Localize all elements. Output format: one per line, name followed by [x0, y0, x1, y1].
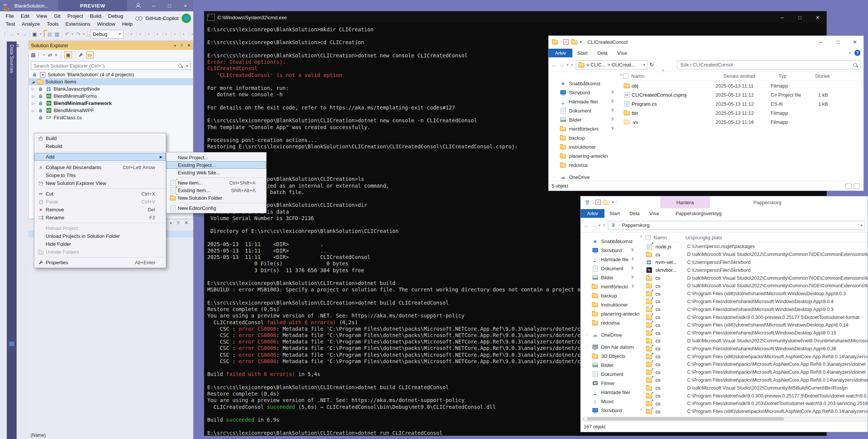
save-all-icon[interactable]: ▥: [55, 31, 59, 37]
sidebar-item-bilder[interactable]: Bilder: [581, 273, 640, 282]
cmd-minimize-button[interactable]: ─: [773, 11, 791, 23]
properties-check-icon[interactable]: ✓: [563, 39, 569, 45]
ribbon-expand-icon[interactable]: ▾: [849, 51, 851, 55]
qat-dropdown-icon[interactable]: ▾: [580, 40, 582, 44]
explorer1-search-box[interactable]: Sök i CLICreatedConsol: [677, 60, 860, 69]
large-icons-view-icon[interactable]: [854, 183, 860, 189]
tree-item-blendminimalforms[interactable]: ▷C#BlendMinimalForms: [29, 92, 193, 100]
horizontal-scrollbar[interactable]: ‹: [581, 416, 868, 421]
vs-maximize-button[interactable]: □: [162, 3, 177, 9]
add-submenu-item-existing-item-[interactable]: +Existing Item...Shift+Alt+A: [167, 186, 266, 194]
tree-item-blendminimalframework[interactable]: ▷C#BlendMinimalFramework: [29, 100, 193, 107]
sidebar-item-planering-anteckn[interactable]: planering-anteckn: [549, 151, 620, 160]
select-all-checkbox[interactable]: [623, 74, 628, 79]
sidebar-item-h-mtade-filer[interactable]: ↓Hämtade filer: [581, 388, 640, 397]
toolbar-overflow[interactable]: ⋮▾: [126, 32, 132, 37]
sidebar-scroll-down-icon[interactable]: ∨: [640, 408, 643, 411]
vs-menu-extensions[interactable]: Extensions: [62, 21, 94, 27]
tree-item-blendminimalwpf[interactable]: ▷C#BlendMinimalWPF: [29, 107, 193, 114]
undo-icon[interactable]: ↶: [65, 31, 69, 37]
file-row-bin[interactable]: bin2025-05-13 11:12Filmapp: [623, 108, 863, 117]
cmd-maximize-button[interactable]: □: [791, 11, 809, 23]
vs-menu-tools[interactable]: Tools: [43, 21, 62, 27]
recycle-row[interactable]: ↗csC:\Program Files\dotnet\shared\Micros…: [646, 329, 868, 337]
collapsed-chevron-icon[interactable]: ▷: [31, 109, 35, 112]
recycle-row[interactable]: ↗csC:\Program Files\dotnet\sdk\9.0.300-p…: [646, 392, 868, 400]
sidebar-item-snabb-tkomst[interactable]: ★Snabbåtkomst: [581, 237, 640, 246]
context-menu-item-rebuild[interactable]: Rebuild: [34, 142, 166, 150]
vs-minimize-button[interactable]: ─: [146, 3, 162, 9]
sidebar-item-3d-objects[interactable]: 3D Objects: [581, 351, 640, 360]
details-view-icon[interactable]: [845, 183, 851, 189]
vs-menu-test[interactable]: Test: [2, 21, 19, 27]
recycle-row[interactable]: ↗csC:\Program Files\dotnet\sdk\9.0.300-p…: [646, 313, 868, 321]
recycle-row[interactable]: ↗csC:\Program Files\dotnet\shared\Micros…: [646, 298, 868, 306]
tab-arkiv[interactable]: Arkiv: [581, 209, 604, 218]
file-row-obj[interactable]: obj2025-05-13 11:11Filmapp: [623, 81, 863, 90]
vs-menu-window[interactable]: Window: [94, 21, 119, 27]
recent-locations-icon[interactable]: ▾: [599, 223, 601, 227]
context-menu-item-add[interactable]: Add▶: [34, 153, 166, 161]
recycle-row[interactable]: csD:\sdk\Microsoft Visual Studio\2022\Co…: [646, 337, 868, 345]
recycle-row[interactable]: ↗csC:\Program Files\dotnet\shared\Micros…: [646, 305, 868, 313]
context-menu-item-reload-project[interactable]: Reload Project: [34, 224, 166, 232]
tab-arkiv[interactable]: Arkiv: [549, 49, 572, 57]
explorer1-minimize-button[interactable]: ─: [812, 36, 829, 48]
context-menu-item-build[interactable]: Build: [34, 134, 166, 142]
recycle-row[interactable]: ↗csC:\Program Files (x86)\dotnet\shared\…: [646, 321, 868, 329]
add-submenu-item-new-editorconfig[interactable]: New EditorConfig: [167, 204, 266, 212]
pin-icon[interactable]: [176, 221, 180, 225]
redo-icon[interactable]: ↷: [76, 31, 80, 37]
vs-menu-edit[interactable]: Edit: [17, 13, 33, 19]
context-menu-item-remove[interactable]: ×RemoveDel: [34, 206, 166, 214]
vs-menu-file[interactable]: File: [2, 13, 17, 19]
tree-item-firstclass-cs[interactable]: C#FirstClass.cs: [29, 114, 193, 121]
solution-configurations-dropdown[interactable]: Debug▾: [90, 30, 123, 39]
cmd-title-bar[interactable]: C:\ C:\Windows\System32\cmd.exe ─ □ ✕: [204, 11, 826, 23]
up-icon[interactable]: ↑: [571, 62, 574, 68]
tab-papperskorgsverktyg[interactable]: Papperskorgsverktyg: [671, 209, 726, 218]
sidebar-item-h-mtade-filer[interactable]: ↓Hämtade filer: [549, 97, 620, 106]
vs-menu-view[interactable]: View: [33, 13, 51, 19]
select-all-checkbox[interactable]: [646, 235, 651, 240]
recent-locations-icon[interactable]: ▾: [567, 63, 569, 67]
collapsed-chevron-icon[interactable]: ▷: [31, 102, 35, 105]
properties-check-icon[interactable]: ✓: [595, 200, 601, 205]
column-header-typ[interactable]: Typ: [779, 73, 815, 79]
window-position-icon[interactable]: ▾: [174, 44, 176, 48]
sidebar-item-den-h-r-datorn[interactable]: ›Den här datorn: [581, 342, 640, 351]
properties-icon[interactable]: [79, 53, 83, 57]
tab-start[interactable]: Start: [572, 49, 592, 57]
sidebar-item-redovisa[interactable]: redovisa: [549, 160, 620, 169]
add-submenu-item-existing-web-site-[interactable]: Existing Web Site...: [167, 169, 266, 176]
sidebar-item-skrivbord[interactable]: Skrivbord: [581, 406, 640, 415]
back-icon[interactable]: ←: [552, 62, 557, 68]
sidebar-item-dokument[interactable]: Dokument: [581, 264, 640, 273]
context-menu-item-properties[interactable]: PropertiesAlt+Enter: [34, 259, 166, 266]
cmd-close-button[interactable]: ✕: [809, 11, 826, 23]
sidebar-item-planering-anteckn[interactable]: planering-anteckn: [581, 309, 640, 318]
sidebar-item-meritf-rteckni[interactable]: meritförteckni: [581, 282, 640, 291]
pending-changes-icon[interactable]: ◔: [42, 52, 45, 58]
scroll-left-icon[interactable]: ‹: [581, 417, 586, 421]
tab-dela[interactable]: Dela: [624, 209, 644, 218]
file-row--vs[interactable]: .vs2025-05-13 11:16Filmapp: [623, 117, 863, 126]
recycle-row[interactable]: csD:\sdk\Microsoft Visual Studio\2022\Co…: [646, 282, 868, 290]
sidebar-item-backup[interactable]: backup: [549, 133, 620, 142]
sidebar-item-onedrive[interactable]: ›☁OneDrive: [549, 173, 620, 182]
column-header-ursprunglig-plats[interactable]: Ursprunglig plats: [685, 235, 722, 240]
pin-icon[interactable]: [180, 44, 183, 48]
context-menu-item-new-solution-explorer-view[interactable]: New Solution Explorer View: [34, 179, 166, 187]
column-header-senast-ndrad[interactable]: Senast ändrad: [723, 73, 779, 79]
close-panel-icon[interactable]: ✕: [185, 220, 188, 225]
recycle-row[interactable]: 7zskrivbor...C:\Users\perss\Filer\Skrivb…: [646, 266, 868, 274]
forward-icon[interactable]: →: [559, 62, 564, 68]
compare-icon[interactable]: ⇄: [48, 52, 52, 58]
sidebar-item-skrivbord[interactable]: Skrivbord: [549, 88, 620, 97]
navigate-forward-icon[interactable]: →: [22, 31, 27, 37]
recycle-row[interactable]: ↗csC:\Program Files (x86)\dotnet\packs\M…: [646, 408, 868, 416]
sidebar-item-filmer[interactable]: Filmer: [581, 379, 640, 388]
context-menu-item-unload-projects-in-solution-folder[interactable]: Unload Projects in Solution Folder: [34, 232, 166, 240]
autohide-tool-icon[interactable]: [9, 342, 14, 346]
context-menu-item-collapse-all-descendants[interactable]: ∧Collapse All DescendantsCtrl+Left Arrow: [34, 163, 166, 171]
